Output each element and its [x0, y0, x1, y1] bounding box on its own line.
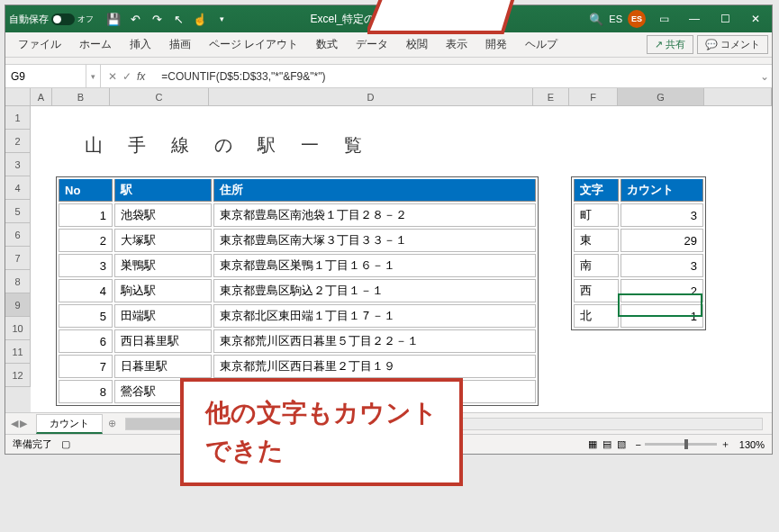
col-F[interactable]: F [569, 88, 618, 105]
zoom-out-icon[interactable]: − [635, 439, 640, 450]
row-3[interactable]: 3 [5, 153, 31, 176]
avatar[interactable]: ES [628, 10, 646, 28]
fx-icon[interactable]: fx [137, 70, 145, 83]
sheet-prev-icon[interactable]: ◀ [11, 418, 18, 429]
table-row: 6西日暮里駅東京都荒川区西日暮里５丁目２２－１ [59, 329, 536, 353]
cursor-icon[interactable]: ↖ [171, 12, 186, 26]
name-box[interactable]: G9 [5, 65, 86, 87]
save-icon[interactable]: 💾 [106, 12, 121, 26]
row-2[interactable]: 2 [5, 130, 31, 153]
th-address[interactable]: 住所 [213, 179, 536, 202]
column-headers: A B C D E F G [5, 88, 772, 106]
formula-bar: G9 ▾ ✕ ✓ fx =COUNTIF(D$5:D$33,"*"&F9&"*"… [5, 65, 772, 88]
station-table: No 駅 住所 1池袋駅東京都豊島区南池袋１丁目２８－２ 2大塚駅東京都豊島区南… [56, 176, 539, 406]
row-11[interactable]: 11 [5, 340, 31, 364]
table-row: 3巣鴨駅東京都豊島区巣鴨１丁目１６－１ [59, 254, 536, 277]
view-pagebreak-icon[interactable]: ▧ [617, 438, 626, 450]
tab-insert[interactable]: 挿入 [121, 32, 160, 57]
callout-line1: 他の文字もカウント [205, 394, 438, 432]
row-9[interactable]: 9 [5, 293, 31, 317]
sheet-title: 山手線の駅一覧 [85, 133, 387, 158]
col-B[interactable]: B [52, 88, 110, 105]
svg-marker-0 [367, 0, 539, 32]
table-row: 町3 [574, 203, 703, 227]
close-icon[interactable]: ✕ [743, 10, 768, 28]
row-10[interactable]: 10 [5, 317, 31, 340]
row-7[interactable]: 7 [5, 247, 31, 270]
minimize-icon[interactable]: — [682, 10, 707, 28]
confirm-formula-icon[interactable]: ✓ [122, 70, 131, 83]
col-C[interactable]: C [110, 88, 209, 105]
col-G[interactable]: G [618, 88, 704, 105]
namebox-dropdown-icon[interactable]: ▾ [86, 65, 101, 87]
tab-formula[interactable]: 数式 [307, 32, 347, 57]
callout-pointer-icon [367, 0, 548, 50]
comment-button[interactable]: 💬コメント [697, 35, 768, 54]
cells-area[interactable]: 山手線の駅一覧 No 駅 住所 1池袋駅東京都豊島区南池袋１丁目２８－２ 2大塚… [31, 106, 772, 412]
view-layout-icon[interactable]: ▤ [602, 438, 611, 450]
undo-icon[interactable]: ↶ [128, 12, 142, 26]
autosave-toggle[interactable]: 自動保存 オフ [9, 13, 94, 26]
share-icon: ↗ [655, 39, 663, 50]
table-row: 東29 [574, 229, 703, 252]
maximize-icon[interactable]: ☐ [712, 10, 738, 28]
toggle-off-icon [51, 14, 75, 25]
view-normal-icon[interactable]: ▦ [588, 438, 597, 450]
col-next[interactable] [704, 88, 772, 105]
touch-icon[interactable]: ☝ [193, 12, 207, 26]
row-headers: 1 2 3 4 5 6 7 8 9 10 11 12 [5, 106, 31, 412]
formula-input[interactable]: =COUNTIF(D$5:D$33,"*"&F9&"*") [156, 70, 757, 83]
tab-draw[interactable]: 描画 [160, 32, 200, 57]
add-sheet-icon[interactable]: ⊕ [108, 418, 116, 429]
th-char[interactable]: 文字 [574, 179, 619, 202]
quick-access-toolbar: 💾 ↶ ↷ ↖ ☝ ▾ [106, 12, 229, 26]
col-D[interactable]: D [209, 88, 533, 105]
zoom-label[interactable]: 130% [739, 439, 765, 450]
table-row: 4駒込駅東京都豊島区駒込２丁目１－１ [59, 279, 536, 302]
zoom-in-icon[interactable]: ＋ [720, 437, 730, 451]
count-table: 文字 カウント 町3 東29 南3 西2 北1 [571, 176, 706, 330]
sheet-tab-active[interactable]: カウント [36, 414, 103, 434]
th-no[interactable]: No [59, 179, 113, 202]
col-A[interactable]: A [31, 88, 52, 105]
comment-icon: 💬 [705, 39, 718, 50]
formula-expand-icon[interactable]: ⌄ [757, 70, 772, 83]
row-8[interactable]: 8 [5, 270, 31, 293]
ribbon-collapsed-area [5, 58, 772, 65]
macro-record-icon[interactable]: ▢ [61, 438, 70, 450]
grid-body: 1 2 3 4 5 6 7 8 9 10 11 12 山手線の駅一覧 No 駅 … [5, 106, 772, 412]
zoom-slider[interactable] [645, 443, 717, 446]
table-row: 5田端駅東京都北区東田端１丁目１７－１ [59, 304, 536, 328]
status-ready: 準備完了 [13, 437, 52, 451]
tab-layout[interactable]: ページ レイアウト [200, 32, 307, 57]
qat-dropdown-icon[interactable]: ▾ [214, 12, 229, 26]
th-count[interactable]: カウント [620, 179, 703, 202]
row-1[interactable]: 1 [5, 106, 31, 130]
table-row: 2大塚駅東京都豊島区南大塚３丁目３３－１ [59, 229, 536, 252]
callout-box: 他の文字もカウント できた [180, 378, 463, 486]
tab-file[interactable]: ファイル [9, 32, 70, 57]
row-12[interactable]: 12 [5, 364, 31, 387]
autosave-label: 自動保存 [9, 13, 49, 26]
table-row: 7日暮里駅東京都荒川区西日暮里２丁目１９ [59, 355, 536, 378]
row-6[interactable]: 6 [5, 223, 31, 247]
tab-home[interactable]: ホーム [70, 32, 121, 57]
row-4[interactable]: 4 [5, 176, 31, 200]
share-button[interactable]: ↗共有 [647, 35, 693, 54]
redo-icon[interactable]: ↷ [149, 12, 164, 26]
cancel-formula-icon[interactable]: ✕ [108, 70, 117, 83]
autosave-state: オフ [77, 14, 94, 25]
table-row: 北1 [574, 304, 703, 328]
zoom-thumb[interactable] [684, 439, 688, 449]
table-row: 西2 [574, 279, 703, 302]
col-E[interactable]: E [533, 88, 569, 105]
search-icon[interactable]: 🔍 [589, 13, 603, 26]
row-5[interactable]: 5 [5, 200, 31, 223]
th-station[interactable]: 駅 [114, 179, 212, 202]
ribbon-display-icon[interactable]: ▭ [651, 10, 676, 28]
sheet-next-icon[interactable]: ▶ [20, 418, 27, 429]
user-initials: ES [609, 14, 622, 24]
callout: 他の文字もカウント できた [180, 378, 463, 486]
table-row: 南3 [574, 254, 703, 277]
select-all-corner[interactable] [5, 88, 31, 105]
